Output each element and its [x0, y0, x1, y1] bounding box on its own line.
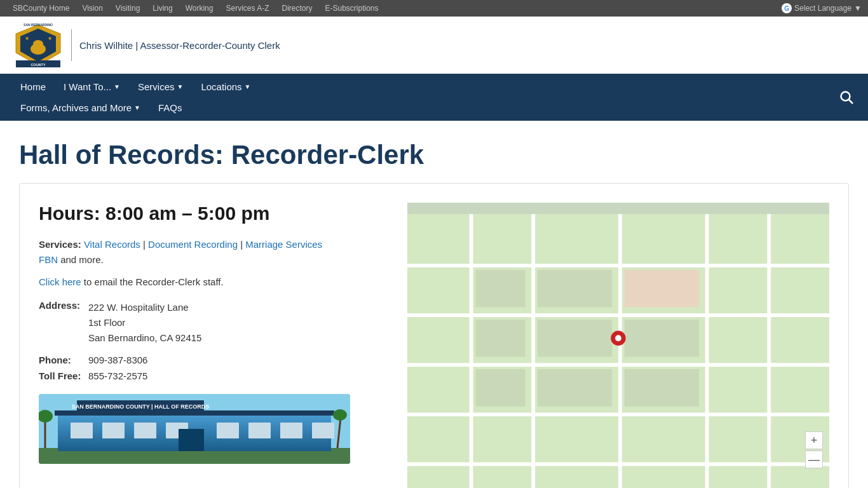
phone-value: 909-387-8306: [88, 355, 147, 365]
address-block: Address: 222 W. Hospitality Lane 1st Flo…: [39, 300, 388, 346]
page-title: Hall of Records: Recorder-Clerk: [19, 140, 849, 170]
tollfree-value: 855-732-2575: [88, 370, 147, 381]
map-container: + — Powered by Esri: [407, 203, 829, 488]
util-link-working[interactable]: Working: [179, 0, 220, 17]
util-link-directory[interactable]: Directory: [275, 0, 318, 17]
logo-divider: [71, 29, 72, 61]
svg-rect-20: [134, 423, 156, 438]
nav-search-area: [831, 86, 868, 109]
svg-point-32: [333, 409, 347, 421]
language-dropdown-arrow: ▼: [854, 4, 862, 13]
util-link-services-az[interactable]: Services A-Z: [219, 0, 275, 17]
util-link-living[interactable]: Living: [146, 0, 179, 17]
svg-point-54: [615, 335, 621, 341]
svg-rect-42: [705, 214, 709, 488]
address-label: Address:: [39, 300, 83, 346]
email-text-content: to email the Recorder-Clerk staff.: [84, 276, 224, 287]
fbn-link[interactable]: FBN: [39, 254, 58, 265]
svg-rect-26: [179, 429, 204, 451]
svg-point-6: [35, 41, 37, 43]
address-line3: San Bernardino, CA 92415: [88, 330, 201, 346]
svg-rect-22: [217, 423, 239, 438]
phone-block: Phone: 909-387-8306: [39, 355, 388, 365]
svg-rect-51: [538, 369, 612, 407]
services-chevron-icon: ▼: [177, 83, 183, 90]
nav-home[interactable]: Home: [13, 78, 53, 96]
building-image: SAN BERNARDINO COUNTY | HALL OF RECORDS: [39, 394, 350, 464]
svg-rect-47: [475, 320, 525, 357]
nav-services[interactable]: Services ▼: [130, 78, 191, 96]
svg-rect-46: [625, 270, 699, 308]
svg-line-12: [849, 100, 853, 104]
language-selector[interactable]: G Select Language ▼: [782, 3, 862, 13]
util-link-vision[interactable]: Vision: [76, 0, 109, 17]
zoom-out-button[interactable]: —: [805, 451, 823, 468]
svg-rect-52: [625, 369, 699, 407]
nav-bar: Home I Want To... ▼ Services ▼ Locations…: [0, 74, 868, 121]
tollfree-label: Toll Free:: [39, 370, 83, 381]
select-language-label: Select Language: [794, 4, 851, 13]
svg-rect-45: [538, 270, 612, 308]
info-left: Hours: 8:00 am – 5:00 pm Services: Vital…: [39, 203, 388, 488]
svg-rect-49: [625, 320, 699, 357]
svg-rect-23: [248, 423, 271, 438]
svg-point-5: [33, 40, 43, 48]
iwantto-chevron-icon: ▼: [114, 83, 120, 90]
svg-rect-25: [312, 423, 334, 438]
svg-rect-24: [280, 423, 302, 438]
dept-name: Chris Wilhite | Assessor-Recorder-County…: [79, 40, 280, 51]
svg-rect-40: [531, 214, 535, 488]
svg-rect-18: [71, 423, 93, 438]
email-line: Click here to email the Recorder-Clerk s…: [39, 276, 388, 287]
search-icon: [839, 90, 854, 105]
services-line: Services: Vital Records | Document Recor…: [39, 237, 388, 268]
address-line1: 222 W. Hospitality Lane: [88, 300, 201, 315]
util-link-esubscriptions[interactable]: E-Subscriptions: [319, 0, 385, 17]
main-header: ★ ★ SAN BERNARDINO COUNTY Chris Wilhite …: [0, 17, 868, 74]
svg-point-7: [39, 41, 41, 43]
svg-rect-39: [470, 214, 473, 488]
address-lines: 222 W. Hospitality Lane 1st Floor San Be…: [88, 300, 201, 346]
logo-area: ★ ★ SAN BERNARDINO COUNTY Chris Wilhite …: [13, 22, 280, 68]
nav-faqs[interactable]: FAQs: [151, 98, 190, 117]
svg-text:COUNTY: COUNTY: [31, 63, 46, 67]
nav-iwantto[interactable]: I Want To... ▼: [56, 78, 128, 96]
address-line2: 1st Floor: [88, 315, 201, 330]
util-link-sbcounty[interactable]: SBCounty Home: [6, 0, 76, 17]
svg-point-11: [841, 92, 850, 101]
vital-records-link[interactable]: Vital Records: [84, 239, 140, 250]
phone-label: Phone:: [39, 355, 83, 365]
hours-title: Hours: 8:00 am – 5:00 pm: [39, 203, 388, 224]
county-logo[interactable]: ★ ★ SAN BERNARDINO COUNTY: [13, 22, 64, 68]
locations-chevron-icon: ▼: [245, 83, 251, 90]
page-content: Hall of Records: Recorder-Clerk Hours: 8…: [0, 121, 868, 488]
svg-rect-41: [618, 214, 622, 488]
marriage-services-link[interactable]: Marriage Services: [245, 239, 322, 250]
nav-forms[interactable]: Forms, Archives and More ▼: [13, 98, 148, 117]
svg-rect-48: [538, 320, 612, 357]
svg-text:★: ★: [25, 36, 29, 41]
svg-rect-19: [102, 423, 125, 438]
services-label: Services:: [39, 239, 81, 250]
tollfree-block: Toll Free: 855-732-2575: [39, 370, 388, 381]
nav-locations[interactable]: Locations ▼: [193, 78, 258, 96]
utility-nav: SBCounty Home Vision Visiting Living Wor…: [6, 0, 385, 17]
svg-rect-44: [475, 270, 525, 308]
svg-text:★: ★: [48, 36, 52, 41]
forms-chevron-icon: ▼: [134, 104, 140, 111]
search-button[interactable]: [831, 86, 862, 109]
google-g-icon: G: [782, 3, 792, 13]
svg-rect-50: [475, 369, 525, 407]
zoom-in-button[interactable]: +: [805, 431, 823, 449]
document-recording-link[interactable]: Document Recording: [148, 239, 238, 250]
svg-rect-43: [767, 214, 771, 488]
svg-text:SAN BERNARDINO COUNTY | HALL O: SAN BERNARDINO COUNTY | HALL OF RECORDS: [72, 403, 210, 410]
util-link-visiting[interactable]: Visiting: [109, 0, 146, 17]
email-link[interactable]: Click here: [39, 276, 81, 287]
map-zoom-controls: + —: [805, 431, 823, 468]
svg-text:SAN BERNARDINO: SAN BERNARDINO: [24, 23, 53, 27]
info-card: Hours: 8:00 am – 5:00 pm Services: Vital…: [19, 183, 849, 488]
map-area: + — Powered by Esri View Full Map: [407, 203, 829, 488]
